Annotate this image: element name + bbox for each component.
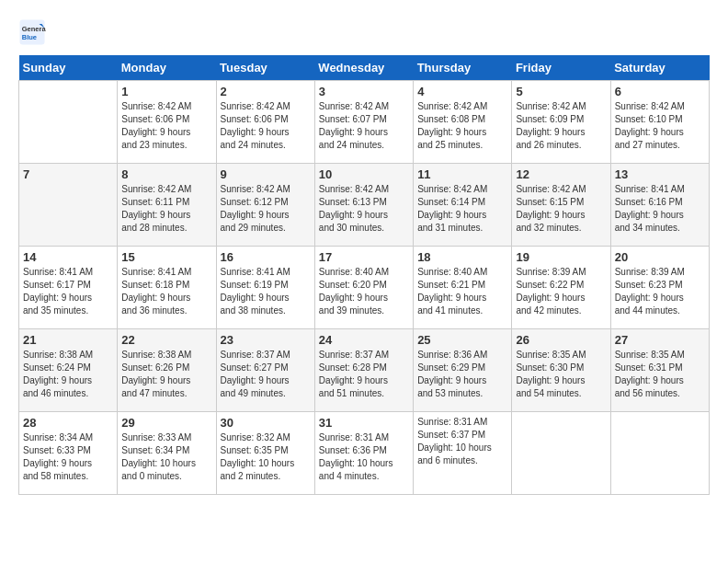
table-row: 6Sunrise: 8:42 AM Sunset: 6:10 PM Daylig… [610, 81, 709, 164]
col-monday: Monday [118, 55, 216, 81]
day-number: 19 [516, 250, 606, 264]
day-number: 26 [516, 333, 606, 347]
page-header: General Blue [18, 18, 710, 46]
day-number: 29 [121, 416, 211, 430]
day-info: Sunrise: 8:33 AM Sunset: 6:34 PM Dayligh… [121, 431, 211, 483]
table-row: 11Sunrise: 8:42 AM Sunset: 6:14 PM Dayli… [414, 164, 512, 247]
day-number: 31 [319, 416, 409, 430]
day-info: Sunrise: 8:37 AM Sunset: 6:27 PM Dayligh… [221, 349, 311, 400]
table-row: 22Sunrise: 8:38 AM Sunset: 6:26 PM Dayli… [118, 329, 216, 412]
col-tuesday: Tuesday [216, 55, 314, 81]
table-row: 14Sunrise: 8:41 AM Sunset: 6:17 PM Dayli… [19, 247, 118, 329]
logo-icon: General Blue [18, 18, 46, 46]
table-row: 10Sunrise: 8:42 AM Sunset: 6:13 PM Dayli… [314, 164, 413, 247]
table-row: 30Sunrise: 8:32 AM Sunset: 6:35 PM Dayli… [216, 412, 314, 495]
day-info: Sunrise: 8:41 AM Sunset: 6:17 PM Dayligh… [23, 266, 113, 317]
day-info: Sunrise: 8:42 AM Sunset: 6:14 PM Dayligh… [417, 183, 507, 235]
day-info: Sunrise: 8:42 AM Sunset: 6:15 PM Dayligh… [516, 183, 606, 235]
day-info: Sunrise: 8:42 AM Sunset: 6:10 PM Dayligh… [615, 100, 705, 152]
day-number: 24 [319, 333, 409, 347]
day-info: Sunrise: 8:41 AM Sunset: 6:19 PM Dayligh… [221, 266, 311, 317]
day-info: Sunrise: 8:42 AM Sunset: 6:07 PM Dayligh… [319, 100, 409, 152]
table-row: 1Sunrise: 8:42 AM Sunset: 6:06 PM Daylig… [118, 81, 216, 164]
col-saturday: Saturday [610, 55, 709, 81]
col-thursday: Thursday [414, 55, 512, 81]
day-number: 28 [23, 416, 113, 430]
table-row: 7 [19, 164, 118, 247]
day-info: Sunrise: 8:32 AM Sunset: 6:35 PM Dayligh… [221, 431, 311, 483]
day-number: 22 [121, 333, 211, 347]
table-row: 21Sunrise: 8:38 AM Sunset: 6:24 PM Dayli… [19, 329, 118, 412]
day-info: Sunrise: 8:42 AM Sunset: 6:06 PM Dayligh… [221, 100, 311, 152]
table-row: 16Sunrise: 8:41 AM Sunset: 6:19 PM Dayli… [216, 247, 314, 329]
table-row: 13Sunrise: 8:41 AM Sunset: 6:16 PM Dayli… [610, 164, 709, 247]
table-row: 27Sunrise: 8:35 AM Sunset: 6:31 PM Dayli… [610, 329, 709, 412]
table-row [610, 412, 709, 495]
day-number: 14 [23, 250, 113, 264]
day-number: 25 [417, 333, 507, 347]
table-row: 3Sunrise: 8:42 AM Sunset: 6:07 PM Daylig… [314, 81, 413, 164]
calendar-week-row: 14Sunrise: 8:41 AM Sunset: 6:17 PM Dayli… [19, 247, 710, 329]
day-number: 30 [221, 416, 311, 430]
table-row: 31Sunrise: 8:31 AM Sunset: 6:36 PM Dayli… [314, 412, 413, 495]
table-row: 29Sunrise: 8:33 AM Sunset: 6:34 PM Dayli… [118, 412, 216, 495]
table-row [19, 81, 118, 164]
table-row: 5Sunrise: 8:42 AM Sunset: 6:09 PM Daylig… [512, 81, 610, 164]
calendar-week-row: 1Sunrise: 8:42 AM Sunset: 6:06 PM Daylig… [19, 81, 710, 164]
calendar-week-row: 78Sunrise: 8:42 AM Sunset: 6:11 PM Dayli… [19, 164, 710, 247]
day-info: Sunrise: 8:40 AM Sunset: 6:21 PM Dayligh… [417, 266, 507, 317]
col-sunday: Sunday [19, 55, 118, 81]
day-number: 23 [221, 333, 311, 347]
day-number: 3 [319, 85, 409, 98]
day-info: Sunrise: 8:31 AM Sunset: 6:36 PM Dayligh… [319, 431, 409, 483]
calendar-header-row: Sunday Monday Tuesday Wednesday Thursday… [19, 55, 710, 81]
day-info: Sunrise: 8:36 AM Sunset: 6:29 PM Dayligh… [417, 349, 507, 400]
table-row: 8Sunrise: 8:42 AM Sunset: 6:11 PM Daylig… [118, 164, 216, 247]
day-number: 16 [221, 250, 311, 264]
day-number: 5 [516, 85, 606, 98]
day-info: Sunrise: 8:42 AM Sunset: 6:06 PM Dayligh… [121, 100, 211, 152]
table-row: 19Sunrise: 8:39 AM Sunset: 6:22 PM Dayli… [512, 247, 610, 329]
day-info: Sunrise: 8:40 AM Sunset: 6:20 PM Dayligh… [319, 266, 409, 317]
day-info: Sunrise: 8:39 AM Sunset: 6:22 PM Dayligh… [516, 266, 606, 317]
table-row: 24Sunrise: 8:37 AM Sunset: 6:28 PM Dayli… [314, 329, 413, 412]
table-row: 4Sunrise: 8:42 AM Sunset: 6:08 PM Daylig… [414, 81, 512, 164]
day-info: Sunrise: 8:35 AM Sunset: 6:31 PM Dayligh… [615, 349, 705, 400]
table-row: 12Sunrise: 8:42 AM Sunset: 6:15 PM Dayli… [512, 164, 610, 247]
day-number: 21 [23, 333, 113, 347]
day-number: 1 [121, 85, 211, 98]
day-info: Sunrise: 8:34 AM Sunset: 6:33 PM Dayligh… [23, 431, 113, 483]
day-number: 7 [23, 167, 113, 181]
calendar-week-row: 28Sunrise: 8:34 AM Sunset: 6:33 PM Dayli… [19, 412, 710, 495]
day-number: 6 [615, 85, 705, 98]
day-number: 9 [221, 167, 311, 181]
table-row [512, 412, 610, 495]
day-number: 11 [417, 167, 507, 181]
day-info: Sunrise: 8:41 AM Sunset: 6:16 PM Dayligh… [615, 183, 705, 235]
day-info: Sunrise: 8:42 AM Sunset: 6:12 PM Dayligh… [221, 183, 311, 235]
table-row: 2Sunrise: 8:42 AM Sunset: 6:06 PM Daylig… [216, 81, 314, 164]
col-wednesday: Wednesday [314, 55, 413, 81]
day-number: 12 [516, 167, 606, 181]
calendar-week-row: 21Sunrise: 8:38 AM Sunset: 6:24 PM Dayli… [19, 329, 710, 412]
day-number: 8 [121, 167, 211, 181]
day-info: Sunrise: 8:38 AM Sunset: 6:26 PM Dayligh… [121, 349, 211, 400]
day-info: Sunrise: 8:38 AM Sunset: 6:24 PM Dayligh… [23, 349, 113, 400]
table-row: 18Sunrise: 8:40 AM Sunset: 6:21 PM Dayli… [414, 247, 512, 329]
day-info: Sunrise: 8:42 AM Sunset: 6:11 PM Dayligh… [121, 183, 211, 235]
logo: General Blue [18, 18, 50, 46]
calendar-table: Sunday Monday Tuesday Wednesday Thursday… [18, 55, 710, 495]
day-info: Sunrise: 8:42 AM Sunset: 6:09 PM Dayligh… [516, 100, 606, 152]
table-row: 20Sunrise: 8:39 AM Sunset: 6:23 PM Dayli… [610, 247, 709, 329]
col-friday: Friday [512, 55, 610, 81]
table-row: Sunrise: 8:31 AM Sunset: 6:37 PM Dayligh… [414, 412, 512, 495]
day-number: 2 [221, 85, 311, 98]
day-info: Sunrise: 8:37 AM Sunset: 6:28 PM Dayligh… [319, 349, 409, 400]
table-row: 26Sunrise: 8:35 AM Sunset: 6:30 PM Dayli… [512, 329, 610, 412]
day-number: 4 [417, 85, 507, 98]
day-info: Sunrise: 8:31 AM Sunset: 6:37 PM Dayligh… [417, 416, 507, 467]
table-row: 28Sunrise: 8:34 AM Sunset: 6:33 PM Dayli… [19, 412, 118, 495]
day-number: 15 [121, 250, 211, 264]
day-info: Sunrise: 8:39 AM Sunset: 6:23 PM Dayligh… [615, 266, 705, 317]
table-row: 9Sunrise: 8:42 AM Sunset: 6:12 PM Daylig… [216, 164, 314, 247]
